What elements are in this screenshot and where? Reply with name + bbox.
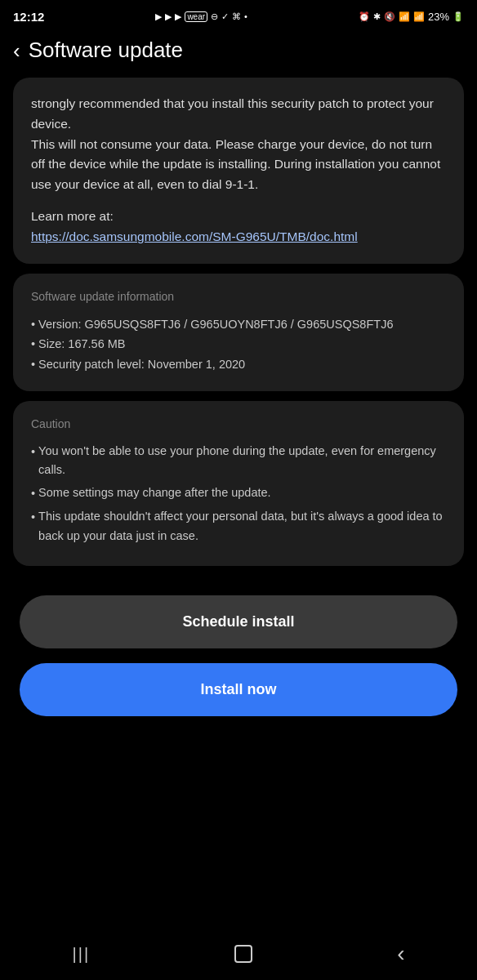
wifi-icon: 📶 — [399, 11, 410, 22]
bullet-version: • — [31, 314, 35, 335]
wear-icon: wear — [185, 11, 207, 22]
buttons-area: Schedule install Install now — [0, 579, 477, 716]
caution-bullet-3: • — [31, 508, 35, 546]
caution-item-2: • Some settings may change after the upd… — [31, 483, 446, 504]
status-icons: ▶ ▶ ▶ wear ⊖ ✓ ⌘ • — [155, 11, 247, 22]
minus-icon: ⊖ — [211, 11, 218, 22]
caution-bullet-2: • — [31, 484, 35, 504]
battery-percent: 23% — [428, 11, 449, 23]
info-item-version: • Version: G965USQS8FTJ6 / G965UOYN8FTJ6… — [31, 314, 446, 335]
info-card-title: Software update information — [31, 290, 446, 303]
back-nav-button[interactable]: ‹ — [397, 941, 404, 967]
main-content: strongly recommended that you install th… — [0, 71, 477, 579]
caution-card: Caution • You won't be able to use your … — [13, 401, 464, 567]
dot-icon: • — [244, 11, 247, 21]
video-icon-1: ▶ — [155, 11, 162, 22]
description-part2: This will not consume your data. Please … — [31, 137, 440, 192]
info-size-text: Size: 167.56 MB — [38, 334, 446, 354]
caution-bullet-1: • — [31, 443, 35, 481]
home-button[interactable] — [234, 945, 252, 963]
page-title: Software update — [29, 38, 183, 63]
caution-text-3: This update shouldn't affect your person… — [38, 507, 446, 546]
status-bar: 12:12 ▶ ▶ ▶ wear ⊖ ✓ ⌘ • ⏰ ✱ 🔇 📶 📶 23% 🔋 — [0, 0, 477, 29]
caution-item-1: • You won't be able to use your phone du… — [31, 442, 446, 481]
learn-more-section: Learn more at: https://doc.samsungmobile… — [31, 207, 446, 247]
learn-more-label: Learn more at: — [31, 209, 114, 223]
info-patch-text: Security patch level: November 1, 2020 — [38, 354, 446, 375]
bullet-size: • — [31, 334, 35, 354]
signal-bars-icon: 📶 — [413, 11, 425, 22]
battery-icon: 🔋 — [452, 11, 464, 22]
status-time: 12:12 — [13, 10, 44, 24]
status-right: ⏰ ✱ 🔇 📶 📶 23% 🔋 — [359, 11, 464, 23]
bullet-patch: • — [31, 354, 35, 375]
recent-apps-button[interactable]: ||| — [73, 945, 91, 964]
info-version-text: Version: G965USQS8FTJ6 / G965UOYN8FTJ6 /… — [38, 314, 446, 335]
learn-more-link[interactable]: https://doc.samsungmobile.com/SM-G965U/T… — [31, 229, 358, 243]
bottom-navigation: ||| ‹ — [0, 931, 477, 980]
info-item-patch: • Security patch level: November 1, 2020 — [31, 354, 446, 375]
info-card: Software update information • Version: G… — [13, 274, 464, 391]
info-item-size: • Size: 167.56 MB — [31, 334, 446, 354]
caution-item-3: • This update shouldn't affect your pers… — [31, 507, 446, 546]
bluetooth-icon: ✱ — [373, 11, 381, 22]
schedule-install-button[interactable]: Schedule install — [20, 595, 457, 648]
install-now-button[interactable]: Install now — [20, 663, 457, 716]
caution-text-2: Some settings may change after the updat… — [38, 483, 446, 504]
description-card: strongly recommended that you install th… — [13, 78, 464, 264]
back-button[interactable]: ‹ — [13, 40, 20, 61]
alarm-icon: ⏰ — [359, 11, 370, 22]
caution-text-1: You won't be able to use your phone duri… — [38, 442, 446, 481]
page-header: ‹ Software update — [0, 29, 477, 71]
caution-title: Caution — [31, 417, 446, 430]
mute-icon: 🔇 — [384, 11, 395, 22]
video-icon-2: ▶ — [165, 11, 172, 22]
description-part1: strongly recommended that you install th… — [31, 96, 434, 131]
signal-icon: ⌘ — [232, 11, 241, 22]
video-icon-3: ▶ — [175, 11, 181, 22]
check-icon: ✓ — [221, 11, 229, 22]
description-text: strongly recommended that you install th… — [31, 94, 446, 247]
